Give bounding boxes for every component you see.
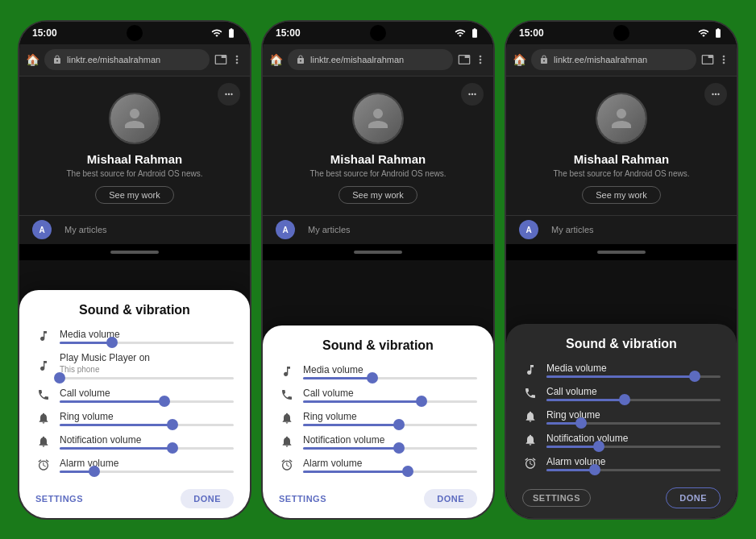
volume-row-call: Call volume bbox=[35, 388, 234, 403]
media-slider-thumb bbox=[689, 371, 700, 382]
notification-content: Notification volume bbox=[60, 434, 234, 450]
call-slider-track[interactable] bbox=[546, 399, 721, 401]
call-slider-track[interactable] bbox=[303, 400, 477, 403]
ring-content: Ring volume bbox=[60, 411, 234, 426]
ring-label: Ring volume bbox=[303, 411, 477, 422]
ring-label: Ring volume bbox=[60, 411, 234, 422]
alarm-slider-fill bbox=[60, 471, 94, 473]
alarm-slider-track[interactable] bbox=[60, 471, 234, 473]
notification-slider-fill bbox=[303, 447, 399, 450]
sound-modal: Sound & vibrationMedia volumeCall volume… bbox=[506, 324, 737, 518]
screen-phone1: 15:00 🏠 linktr.ee/mishaalrahman Mishaal … bbox=[19, 22, 250, 518]
call-icon bbox=[279, 388, 295, 401]
media-slider-fill bbox=[303, 377, 372, 379]
media-slider-track[interactable] bbox=[60, 342, 234, 344]
volume-row-alarm: Alarm volume bbox=[279, 458, 477, 473]
modal-title: Sound & vibration bbox=[522, 337, 721, 351]
done-button[interactable]: DONE bbox=[424, 489, 477, 508]
alarm-label: Alarm volume bbox=[303, 458, 477, 469]
screen-phone3: 15:00 🏠 linktr.ee/mishaalrahman Mishaal … bbox=[506, 22, 737, 518]
media-content: Media volume bbox=[546, 363, 721, 378]
media-label: Media volume bbox=[303, 364, 477, 375]
alarm-slider-thumb bbox=[402, 466, 413, 477]
sound-modal: Sound & vibrationMedia volumeCall volume… bbox=[263, 325, 493, 518]
play-icon bbox=[35, 359, 52, 372]
volume-row-notification: Notification volume bbox=[35, 434, 234, 450]
call-slider-thumb bbox=[416, 396, 427, 407]
alarm-icon bbox=[279, 458, 295, 471]
media-label: Media volume bbox=[60, 329, 234, 340]
alarm-label: Alarm volume bbox=[60, 458, 234, 469]
ring-icon bbox=[35, 412, 52, 425]
ring-content: Ring volume bbox=[546, 409, 721, 425]
media-slider-thumb bbox=[367, 372, 378, 384]
settings-button[interactable]: SETTINGS bbox=[279, 494, 326, 504]
call-slider-fill bbox=[303, 400, 422, 403]
volume-row-call: Call volume bbox=[279, 388, 477, 403]
alarm-slider-fill bbox=[546, 469, 595, 471]
volume-row-ring: Ring volume bbox=[35, 411, 234, 426]
notification-label: Notification volume bbox=[546, 433, 721, 444]
ring-slider-fill bbox=[303, 424, 399, 426]
alarm-icon bbox=[35, 458, 52, 471]
ring-slider-track[interactable] bbox=[546, 422, 721, 425]
modal-title: Sound & vibration bbox=[35, 303, 234, 317]
notification-label: Notification volume bbox=[303, 434, 477, 446]
ring-slider-fill bbox=[60, 424, 172, 426]
alarm-slider-fill bbox=[303, 471, 408, 473]
play-sublabel: This phone bbox=[60, 365, 234, 374]
call-content: Call volume bbox=[303, 388, 477, 403]
volume-row-call: Call volume bbox=[522, 386, 721, 401]
volume-row-notification: Notification volume bbox=[522, 433, 721, 448]
alarm-icon bbox=[522, 457, 538, 470]
ring-slider-thumb bbox=[393, 419, 405, 430]
call-content: Call volume bbox=[60, 388, 234, 403]
sound-modal: Sound & vibrationMedia volumePlay Music … bbox=[19, 290, 250, 518]
volume-row-alarm: Alarm volume bbox=[35, 458, 234, 473]
alarm-content: Alarm volume bbox=[303, 458, 477, 473]
ring-slider-track[interactable] bbox=[303, 424, 477, 426]
volume-row-ring: Ring volume bbox=[522, 409, 721, 425]
alarm-slider-thumb bbox=[89, 466, 100, 477]
sound-modal-overlay: Sound & vibrationMedia volumePlay Music … bbox=[19, 22, 250, 518]
notification-slider-thumb bbox=[393, 442, 405, 454]
ring-icon bbox=[522, 410, 538, 423]
play-slider-track[interactable] bbox=[60, 377, 234, 379]
done-button[interactable]: DONE bbox=[181, 489, 234, 508]
ring-slider-thumb bbox=[167, 419, 178, 430]
alarm-label: Alarm volume bbox=[546, 456, 721, 467]
sound-modal-overlay: Sound & vibrationMedia volumeCall volume… bbox=[506, 22, 737, 518]
notification-slider-track[interactable] bbox=[303, 447, 477, 450]
modal-title: Sound & vibration bbox=[279, 338, 477, 353]
notification-slider-track[interactable] bbox=[546, 446, 721, 448]
media-slider-track[interactable] bbox=[303, 377, 477, 379]
settings-button[interactable]: SETTINGS bbox=[35, 494, 83, 504]
modal-footer: SETTINGSDONE bbox=[279, 483, 477, 508]
ring-icon bbox=[279, 412, 295, 425]
notification-slider-thumb bbox=[167, 442, 178, 454]
ring-slider-thumb bbox=[575, 417, 587, 429]
volume-row-media: Media volume bbox=[279, 364, 477, 379]
call-slider-fill bbox=[546, 399, 625, 401]
sound-modal-overlay: Sound & vibrationMedia volumeCall volume… bbox=[263, 22, 493, 518]
alarm-slider-track[interactable] bbox=[546, 469, 721, 471]
screen-phone2: 15:00 🏠 linktr.ee/mishaalrahman Mishaal … bbox=[263, 22, 493, 518]
call-slider-fill bbox=[60, 400, 164, 403]
call-slider-thumb bbox=[619, 394, 630, 405]
call-slider-track[interactable] bbox=[60, 400, 234, 403]
notification-slider-track[interactable] bbox=[60, 447, 234, 450]
notification-icon bbox=[35, 435, 52, 448]
notification-icon bbox=[522, 433, 538, 446]
volume-row-play: Play Music Player onThis phone bbox=[35, 352, 234, 379]
notification-slider-thumb bbox=[593, 441, 604, 452]
play-content: Play Music Player onThis phone bbox=[60, 352, 234, 379]
play-slider-thumb bbox=[54, 372, 65, 384]
ring-label: Ring volume bbox=[546, 409, 721, 421]
alarm-slider-track[interactable] bbox=[303, 471, 477, 473]
alarm-content: Alarm volume bbox=[546, 456, 721, 471]
call-label: Call volume bbox=[546, 386, 721, 397]
media-slider-track[interactable] bbox=[546, 375, 721, 378]
ring-slider-track[interactable] bbox=[60, 424, 234, 426]
settings-button[interactable]: SETTINGS bbox=[522, 489, 591, 507]
done-button[interactable]: DONE bbox=[666, 487, 721, 508]
